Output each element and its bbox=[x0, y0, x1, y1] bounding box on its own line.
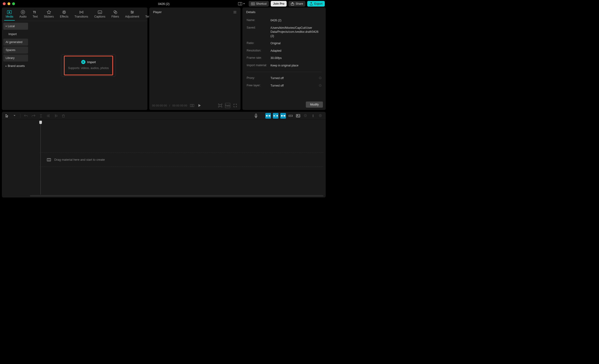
pointer-tool[interactable] bbox=[4, 113, 10, 119]
svg-rect-28 bbox=[219, 104, 221, 106]
tool-dropdown[interactable] bbox=[12, 113, 17, 119]
tab-stickers[interactable]: Stickers bbox=[42, 9, 55, 21]
tab-transitions[interactable]: Transitions bbox=[73, 9, 90, 21]
timeline-scrollbar[interactable] bbox=[30, 195, 323, 197]
media-panel: Media Audio TI Text Stickers Effects bbox=[2, 8, 147, 110]
sidebar-import-label: Import bbox=[9, 33, 17, 36]
svg-rect-38 bbox=[62, 115, 64, 117]
split-button[interactable] bbox=[38, 113, 44, 119]
tab-captions[interactable]: Captions bbox=[93, 9, 107, 21]
tab-text-label: Text bbox=[33, 15, 38, 18]
sidebar-item-spaces[interactable]: Spaces bbox=[3, 47, 28, 53]
frame-button[interactable] bbox=[218, 103, 223, 108]
modify-button[interactable]: Modify bbox=[306, 102, 323, 108]
tab-media[interactable]: Media bbox=[4, 9, 15, 21]
record-audio-button[interactable] bbox=[253, 113, 259, 119]
svg-point-51 bbox=[297, 115, 298, 116]
minimize-window-button[interactable] bbox=[8, 2, 10, 5]
ratio-button[interactable]: Ratio bbox=[225, 103, 230, 108]
linkage-button[interactable] bbox=[280, 113, 286, 119]
detail-saved-row: Saved: /Users/kim/Movies/CapCut/User Dat… bbox=[247, 26, 321, 38]
info-icon[interactable]: ⓘ bbox=[319, 84, 321, 88]
detail-freelayer-row: Free layer: Turned off ⓘ bbox=[247, 84, 321, 88]
delete-button[interactable] bbox=[61, 113, 66, 119]
media-sidebar: ▾Local Import AI generated Spaces Librar… bbox=[2, 21, 29, 110]
svg-point-20 bbox=[132, 12, 133, 13]
player-menu-icon[interactable] bbox=[233, 11, 237, 14]
main-track-magnet-button[interactable] bbox=[265, 113, 271, 119]
auto-snap-button[interactable] bbox=[273, 113, 278, 119]
delete-left-button[interactable] bbox=[46, 113, 51, 119]
play-button[interactable] bbox=[197, 103, 202, 108]
chevron-down-icon bbox=[243, 3, 245, 4]
sidebar-item-ai[interactable]: AI generated bbox=[3, 39, 28, 46]
timeline-track-zone: Drag material here and start to create bbox=[40, 153, 323, 167]
titlebar: 0426 (2) Shortcut Join Pro Share Export bbox=[0, 0, 328, 8]
svg-rect-27 bbox=[192, 104, 194, 107]
main-track[interactable]: Drag material here and start to create bbox=[40, 153, 323, 167]
share-label: Share bbox=[296, 2, 303, 5]
close-window-button[interactable] bbox=[3, 2, 6, 5]
tab-audio[interactable]: Audio bbox=[18, 9, 28, 21]
zoom-in-button[interactable] bbox=[318, 113, 323, 119]
svg-point-11 bbox=[22, 12, 24, 13]
tab-adjustment[interactable]: Adjustment bbox=[124, 9, 141, 21]
detail-resolution-value: Adapted bbox=[271, 49, 321, 53]
maximize-window-button[interactable] bbox=[12, 2, 15, 5]
detail-name-label: Name: bbox=[247, 18, 271, 23]
detail-resolution-label: Resolution: bbox=[247, 49, 271, 53]
join-pro-label: Join Pro bbox=[273, 2, 284, 5]
fullscreen-button[interactable] bbox=[233, 103, 238, 108]
total-time: 00:00:00:00 bbox=[172, 104, 187, 107]
delete-right-button[interactable] bbox=[53, 113, 59, 119]
sidebar-item-library[interactable]: Library bbox=[3, 54, 28, 61]
detail-saved-label: Saved: bbox=[247, 26, 271, 38]
svg-point-4 bbox=[252, 3, 253, 3]
sidebar-item-import[interactable]: Import bbox=[3, 31, 28, 38]
undo-button[interactable] bbox=[23, 113, 29, 119]
shortcut-button[interactable]: Shortcut bbox=[249, 1, 269, 7]
detail-freelayer-value: Turned off bbox=[271, 84, 319, 88]
captions-icon bbox=[97, 10, 102, 15]
tab-filters[interactable]: Filters bbox=[110, 9, 121, 21]
detail-import-value: Keep in original place bbox=[271, 64, 321, 68]
playhead-handle[interactable] bbox=[39, 121, 42, 124]
svg-rect-0 bbox=[238, 2, 242, 5]
details-panel: Details Name: 0426 (2) Saved: /Users/kim… bbox=[242, 8, 326, 110]
player-header: Player bbox=[149, 8, 240, 17]
sidebar-library-label: Library bbox=[6, 56, 15, 60]
layout-switcher[interactable] bbox=[236, 1, 247, 6]
tab-adjustment-label: Adjustment bbox=[125, 15, 139, 18]
zoom-out-button[interactable] bbox=[303, 113, 308, 119]
tab-media-label: Media bbox=[6, 15, 13, 18]
cover-button[interactable] bbox=[295, 113, 301, 119]
share-button[interactable]: Share bbox=[289, 1, 305, 7]
details-header-label: Details bbox=[246, 10, 255, 14]
preview-axis-button[interactable] bbox=[288, 113, 293, 119]
detail-saved-value: /Users/kim/Movies/CapCut/User Data/Proje… bbox=[271, 26, 321, 38]
export-button[interactable]: Export bbox=[307, 1, 325, 7]
details-header: Details bbox=[242, 8, 326, 17]
detail-import-row: Import material: Keep in original place bbox=[247, 64, 321, 68]
layout-icon bbox=[238, 2, 242, 5]
svg-rect-49 bbox=[284, 115, 285, 116]
sidebar-spaces-label: Spaces bbox=[6, 48, 16, 52]
detail-proxy-label: Proxy: bbox=[247, 76, 271, 80]
detail-proxy-row: Proxy: Turned off ⓘ bbox=[247, 76, 321, 80]
timeline-body[interactable]: Drag material here and start to create bbox=[2, 120, 326, 198]
detail-ratio-value: Original bbox=[271, 41, 321, 46]
svg-rect-26 bbox=[190, 104, 192, 107]
join-pro-button[interactable]: Join Pro bbox=[271, 1, 287, 7]
compare-button[interactable] bbox=[190, 103, 195, 108]
info-icon[interactable]: ⓘ bbox=[319, 76, 321, 80]
sidebar-item-brand[interactable]: ▸Brand assets bbox=[3, 62, 28, 69]
redo-button[interactable] bbox=[31, 113, 36, 119]
adjustment-icon bbox=[130, 10, 134, 15]
svg-rect-37 bbox=[56, 115, 57, 116]
tab-text[interactable]: TI Text bbox=[31, 9, 39, 21]
svg-point-15 bbox=[114, 10, 116, 13]
sidebar-item-local[interactable]: ▾Local bbox=[3, 23, 28, 30]
svg-point-10 bbox=[21, 10, 25, 14]
zoom-slider[interactable] bbox=[310, 113, 316, 119]
tab-effects[interactable]: Effects bbox=[59, 9, 70, 21]
